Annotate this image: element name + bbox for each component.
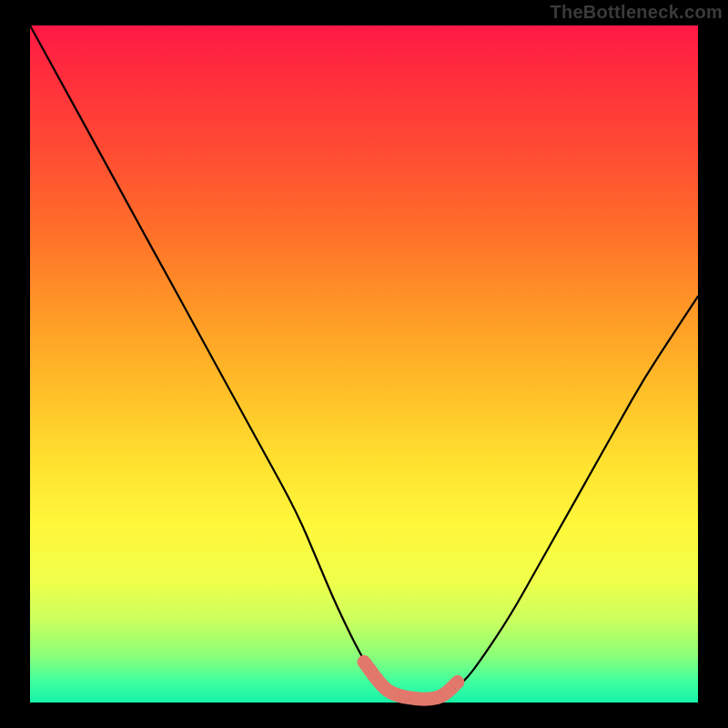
chart-frame: TheBottleneck.com xyxy=(0,0,728,728)
plot-area xyxy=(30,25,698,703)
chart-svg xyxy=(30,25,698,703)
bottleneck-floor-highlight xyxy=(364,662,458,699)
bottleneck-curve xyxy=(30,25,698,699)
watermark-text: TheBottleneck.com xyxy=(550,2,723,23)
